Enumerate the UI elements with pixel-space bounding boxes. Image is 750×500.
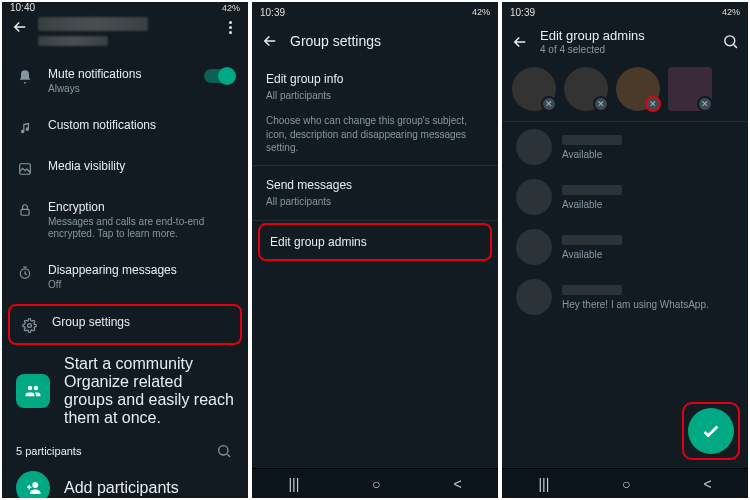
member-status: Hey there! I am using WhatsApp. bbox=[562, 299, 709, 310]
back-nav-icon[interactable]: < bbox=[703, 476, 711, 492]
panel-group-info: 10:40 42% Mute notifications Always Cust… bbox=[2, 2, 248, 498]
edit-admins-label: Edit group admins bbox=[270, 235, 480, 249]
send-messages-row[interactable]: Send messages All participants bbox=[252, 166, 498, 220]
search-icon[interactable] bbox=[214, 441, 234, 461]
custom-notifications-row[interactable]: Custom notifications bbox=[2, 107, 248, 148]
member-name-redacted bbox=[562, 185, 622, 195]
battery-label: 42% bbox=[722, 7, 740, 17]
member-row[interactable]: Available bbox=[502, 122, 748, 172]
selected-avatar[interactable]: ✕ bbox=[668, 67, 712, 111]
group-subtext-redacted bbox=[38, 36, 108, 46]
group-settings-label: Group settings bbox=[52, 315, 230, 329]
encryption-row[interactable]: Encryption Messages and calls are end-to… bbox=[2, 189, 248, 252]
home-icon[interactable]: ○ bbox=[622, 476, 630, 492]
mute-sub: Always bbox=[48, 83, 190, 96]
appbar: Edit group admins 4 of 4 selected bbox=[502, 22, 748, 61]
recents-icon[interactable]: ||| bbox=[288, 476, 299, 492]
back-icon[interactable] bbox=[260, 31, 280, 51]
recents-icon[interactable]: ||| bbox=[538, 476, 549, 492]
svg-rect-1 bbox=[21, 209, 29, 215]
back-icon[interactable] bbox=[10, 17, 30, 37]
page-title: Edit group admins bbox=[540, 28, 710, 43]
appbar: Group settings bbox=[252, 22, 498, 60]
member-status: Available bbox=[562, 149, 622, 160]
panel-group-settings: 10:39 42% Group settings Edit group info… bbox=[252, 2, 498, 498]
search-icon[interactable] bbox=[720, 32, 740, 52]
back-nav-icon[interactable]: < bbox=[453, 476, 461, 492]
member-row[interactable]: Available bbox=[502, 172, 748, 222]
remove-icon[interactable]: ✕ bbox=[697, 96, 713, 112]
selected-chips: ✕ ✕ ✕ ✕ bbox=[502, 61, 748, 121]
member-name-redacted bbox=[562, 135, 622, 145]
add-person-icon bbox=[16, 471, 50, 498]
media-visibility-row[interactable]: Media visibility bbox=[2, 148, 248, 189]
group-settings-row[interactable]: Group settings bbox=[8, 304, 242, 345]
selection-count: 4 of 4 selected bbox=[540, 44, 710, 55]
community-icon bbox=[16, 374, 50, 408]
member-avatar bbox=[516, 129, 552, 165]
edit-group-admins-row[interactable]: Edit group admins bbox=[258, 223, 492, 261]
member-avatar bbox=[516, 279, 552, 315]
status-bar: 10:39 42% bbox=[252, 2, 498, 22]
custom-label: Custom notifications bbox=[48, 118, 234, 132]
selected-avatar[interactable]: ✕ bbox=[512, 67, 556, 111]
status-bar: 10:40 42% bbox=[2, 2, 248, 13]
back-icon[interactable] bbox=[510, 32, 530, 52]
svg-point-4 bbox=[219, 446, 228, 455]
member-name-redacted bbox=[562, 235, 622, 245]
svg-point-3 bbox=[27, 323, 31, 327]
status-bar: 10:39 42% bbox=[502, 2, 748, 22]
member-status: Available bbox=[562, 249, 622, 260]
participants-count: 5 participants bbox=[16, 445, 81, 457]
member-status: Available bbox=[562, 199, 622, 210]
mute-notifications-row[interactable]: Mute notifications Always bbox=[2, 56, 248, 107]
send-sub: All participants bbox=[266, 195, 484, 208]
encryption-label: Encryption bbox=[48, 200, 234, 214]
edit-info-label: Edit group info bbox=[266, 72, 484, 86]
member-avatar bbox=[516, 179, 552, 215]
mute-toggle[interactable] bbox=[204, 69, 234, 83]
timer-icon bbox=[16, 264, 34, 282]
edit-group-info-row[interactable]: Edit group info All participants bbox=[252, 60, 498, 114]
disappearing-row[interactable]: Disappearing messages Off bbox=[2, 252, 248, 303]
member-name-redacted bbox=[562, 285, 622, 295]
highlight-fab bbox=[682, 402, 740, 460]
remove-icon[interactable]: ✕ bbox=[645, 96, 661, 112]
group-header bbox=[2, 13, 248, 50]
gear-icon bbox=[20, 316, 38, 334]
image-icon bbox=[16, 160, 34, 178]
battery-label: 42% bbox=[222, 3, 240, 13]
lock-icon bbox=[16, 201, 34, 219]
selected-avatar[interactable]: ✕ bbox=[616, 67, 660, 111]
media-label: Media visibility bbox=[48, 159, 234, 173]
send-label: Send messages bbox=[266, 178, 484, 192]
member-row[interactable]: Hey there! I am using WhatsApp. bbox=[502, 272, 748, 322]
clock: 10:39 bbox=[510, 7, 535, 18]
android-navbar: ||| ○ < bbox=[252, 468, 498, 498]
page-title: Group settings bbox=[290, 33, 490, 49]
android-navbar: ||| ○ < bbox=[502, 468, 748, 498]
member-avatar bbox=[516, 229, 552, 265]
remove-icon[interactable]: ✕ bbox=[593, 96, 609, 112]
add-participants-row[interactable]: Add participants bbox=[2, 463, 248, 498]
info-description: Choose who can change this group's subje… bbox=[252, 114, 498, 165]
panel-edit-admins: 10:39 42% Edit group admins 4 of 4 selec… bbox=[502, 2, 748, 498]
music-note-icon bbox=[16, 119, 34, 137]
encryption-sub: Messages and calls are end-to-end encryp… bbox=[48, 216, 234, 241]
member-row[interactable]: Available bbox=[502, 222, 748, 272]
disappearing-sub: Off bbox=[48, 279, 234, 292]
add-participants-label: Add participants bbox=[64, 479, 179, 497]
disappearing-label: Disappearing messages bbox=[48, 263, 234, 277]
bell-icon bbox=[16, 68, 34, 86]
community-label: Start a community bbox=[64, 355, 193, 372]
edit-info-sub: All participants bbox=[266, 89, 484, 102]
home-icon[interactable]: ○ bbox=[372, 476, 380, 492]
group-name-redacted bbox=[38, 17, 148, 31]
more-menu-icon[interactable] bbox=[220, 17, 240, 37]
start-community-row[interactable]: Start a community Organize related group… bbox=[2, 347, 248, 435]
community-sub: Organize related groups and easily reach… bbox=[64, 373, 234, 426]
mute-label: Mute notifications bbox=[48, 67, 190, 81]
remove-icon[interactable]: ✕ bbox=[541, 96, 557, 112]
clock: 10:40 bbox=[10, 2, 35, 13]
selected-avatar[interactable]: ✕ bbox=[564, 67, 608, 111]
